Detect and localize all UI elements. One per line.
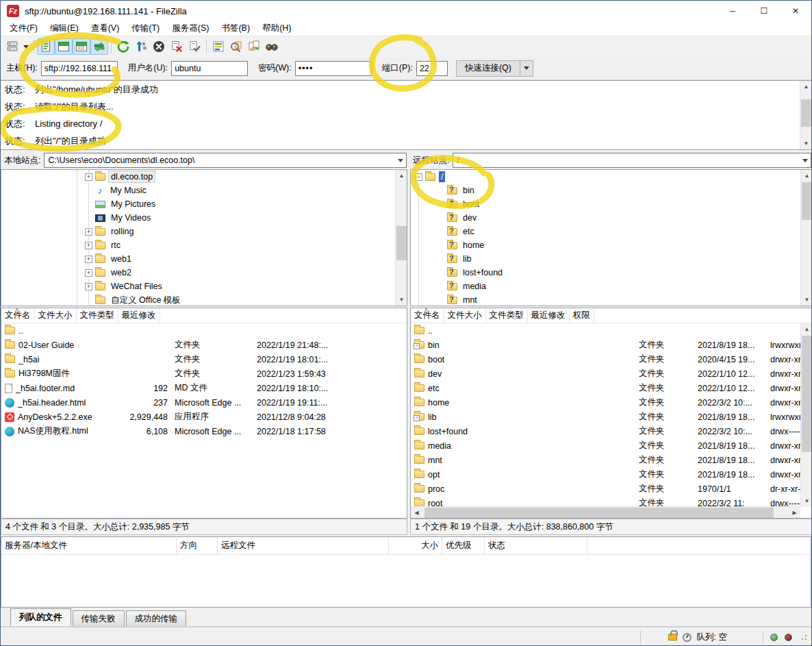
expander-icon[interactable]: − — [415, 173, 422, 181]
column-header[interactable]: 权限 — [570, 308, 594, 323]
column-header[interactable]: 文件名 — [1, 308, 35, 323]
tree-item[interactable]: mnt — [411, 293, 812, 306]
remote-tree-scrollbar-thumb[interactable] — [802, 182, 812, 220]
find-files-button[interactable] — [263, 38, 281, 55]
port-input[interactable] — [416, 61, 448, 76]
tree-item[interactable]: + rtc — [1, 238, 407, 252]
tree-item[interactable]: bin — [411, 184, 812, 197]
remote-site-combobox[interactable]: / — [453, 153, 811, 168]
host-input[interactable] — [41, 61, 118, 76]
scroll-down-icon[interactable]: ▼ — [396, 294, 407, 306]
expander-icon[interactable] — [437, 297, 444, 304]
scroll-down-icon[interactable]: ▼ — [801, 294, 812, 306]
menu-item[interactable]: 查看(V) — [85, 21, 126, 36]
menu-item[interactable]: 传输(T) — [125, 21, 166, 36]
remote-list-hscrollbar-thumb[interactable] — [424, 508, 774, 518]
expander-icon[interactable]: + — [85, 283, 92, 290]
scroll-right-icon[interactable]: ▶ — [789, 507, 800, 519]
expander-icon[interactable]: + — [85, 173, 92, 181]
expander-icon[interactable] — [85, 297, 92, 304]
local-tree-scrollbar-thumb[interactable] — [396, 226, 407, 260]
chevron-down-icon[interactable] — [394, 153, 406, 167]
tree-item-label[interactable]: rolling — [109, 226, 136, 237]
menu-item[interactable]: 帮助(H) — [256, 21, 297, 36]
log-scrollbar-thumb[interactable] — [801, 99, 811, 127]
process-queue-button[interactable] — [132, 38, 150, 55]
file-row[interactable]: NAS使用教程.html 6,108 Microsoft Edge ... 20… — [1, 424, 407, 438]
tree-item-label[interactable]: WeChat Files — [109, 281, 164, 292]
tree-item-label[interactable]: rtc — [109, 240, 123, 251]
expander-icon[interactable] — [437, 187, 444, 195]
scroll-up-icon[interactable]: ▲ — [801, 170, 812, 182]
column-header[interactable]: 文件大小 — [35, 308, 77, 323]
tree-item-label[interactable]: lost+found — [461, 267, 505, 278]
toggle-message-log-button[interactable] — [37, 38, 55, 55]
remote-list-scrollbar-thumb[interactable] — [802, 336, 812, 452]
expander-icon[interactable]: + — [85, 242, 92, 249]
tree-item-label[interactable]: dev — [461, 212, 479, 223]
remote-list-hscrollbar[interactable]: ◀ ▶ — [411, 506, 800, 518]
tree-item[interactable]: My Videos — [1, 211, 407, 225]
tree-item-label[interactable]: media — [461, 281, 488, 292]
column-header[interactable]: 方向 — [177, 537, 218, 554]
file-row[interactable]: _h5ai.footer.md 192 MD 文件 2022/1/19 18:1… — [1, 381, 407, 395]
tree-item[interactable]: lib — [411, 252, 812, 266]
file-row[interactable]: AnyDesk+5.2.2.exe 2,929,448 应用程序 2021/12… — [1, 410, 407, 424]
file-row[interactable]: .. — [411, 323, 812, 338]
column-header[interactable]: 文件名 — [411, 308, 444, 323]
tree-item-label[interactable]: / — [439, 171, 445, 182]
tree-item[interactable]: + dl.ecoo.top — [1, 170, 407, 184]
quickconnect-button[interactable]: 快速连接(Q) — [456, 60, 520, 77]
local-tree-scrollbar[interactable]: ▲ ▼ — [395, 170, 407, 306]
maximize-button[interactable]: ☐ — [748, 1, 780, 21]
file-row[interactable]: boot 文件夹 2020/4/15 19... drwxr-xr-x — [411, 352, 812, 367]
column-header[interactable]: 服务器/本地文件 — [1, 537, 177, 554]
tree-item[interactable]: My Pictures — [1, 197, 407, 211]
tree-item[interactable]: − / — [411, 170, 812, 184]
column-header[interactable]: 大小 — [389, 537, 442, 554]
lock-icon[interactable] — [668, 634, 677, 641]
speed-limit-icon[interactable] — [683, 633, 692, 642]
column-header[interactable]: 文件类型 — [77, 308, 118, 323]
expander-icon[interactable] — [437, 242, 444, 249]
remote-list-scrollbar[interactable]: ▲ ▼ — [800, 323, 812, 507]
file-row[interactable]: bin 文件夹 2021/8/19 18... lrwxrwxrwx — [411, 338, 812, 352]
file-row[interactable]: 02-User Guide 文件夹 2022/1/19 21:48:... — [1, 338, 407, 352]
scroll-up-icon[interactable]: ▲ — [800, 81, 811, 92]
tree-item-label[interactable]: My Videos — [109, 212, 153, 223]
tree-item-label[interactable]: web2 — [109, 267, 134, 278]
menu-item[interactable]: 编辑(E) — [44, 21, 85, 36]
tree-item-label[interactable]: bin — [461, 185, 477, 196]
cancel-button[interactable] — [150, 38, 168, 55]
tree-item[interactable]: + rolling — [1, 225, 407, 238]
username-input[interactable] — [171, 61, 248, 76]
tree-item[interactable]: media — [411, 279, 812, 293]
scroll-down-icon[interactable]: ▼ — [800, 138, 811, 149]
expander-icon[interactable] — [437, 214, 444, 222]
remote-site-path[interactable]: / — [453, 156, 799, 165]
scroll-left-icon[interactable]: ◀ — [411, 507, 422, 519]
column-header[interactable]: 远程文件 — [218, 537, 389, 554]
site-manager-dropdown[interactable] — [21, 38, 31, 55]
expander-icon[interactable] — [85, 214, 92, 222]
menu-item[interactable]: 服务器(S) — [166, 21, 215, 36]
file-row[interactable]: .. — [1, 323, 407, 338]
tree-item-label[interactable]: My Pictures — [109, 199, 157, 210]
synchronized-browsing-button[interactable] — [245, 38, 263, 55]
file-row[interactable]: _h5ai 文件夹 2022/1/19 18:01:... — [1, 352, 407, 367]
queue-tab[interactable]: 成功的传输 — [126, 610, 187, 626]
column-header[interactable]: 优先级 — [442, 537, 485, 554]
file-row[interactable]: lost+found 文件夹 2022/3/2 10:... drwx-----… — [411, 424, 812, 438]
quickconnect-dropdown[interactable] — [520, 60, 533, 77]
file-row[interactable]: opt 文件夹 2021/8/19 18... drwxr-xr-x — [411, 467, 812, 482]
file-row[interactable]: media 文件夹 2021/8/19 18... drwxr-xr-x — [411, 438, 812, 453]
tree-item[interactable]: boot — [411, 197, 812, 211]
file-row[interactable]: etc 文件夹 2022/1/10 12... drwxr-xr-x — [411, 381, 812, 395]
expander-icon[interactable] — [437, 201, 444, 208]
column-header[interactable]: 状态 — [485, 537, 587, 554]
tree-item[interactable]: My Music — [1, 184, 407, 197]
file-row[interactable]: _h5ai.header.html 237 Microsoft Edge ...… — [1, 395, 407, 410]
remote-tree-scrollbar[interactable]: ▲ ▼ — [800, 170, 812, 306]
file-row[interactable]: proc 文件夹 1970/1/1 dr-xr-xr-x — [411, 482, 812, 496]
file-row[interactable]: lib 文件夹 2021/8/19 18... lrwxrwxrwx — [411, 410, 812, 424]
